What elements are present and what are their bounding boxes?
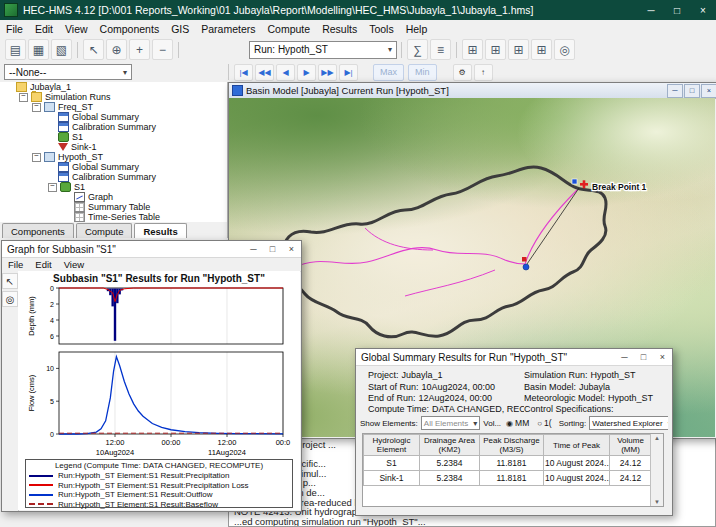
menu-help[interactable]: Help bbox=[400, 23, 434, 35]
collapse-icon[interactable] bbox=[48, 183, 57, 192]
max-button[interactable]: Max bbox=[373, 64, 404, 81]
svg-text:12:00: 12:00 bbox=[218, 438, 237, 447]
pointer-tool-icon[interactable]: ↖ bbox=[2, 273, 18, 289]
map-layer-icon[interactable]: ⊞ bbox=[531, 39, 552, 60]
tree-item-label: Jubayla_1 bbox=[30, 82, 71, 92]
tree-item-time-series-table[interactable]: Time-Series Table bbox=[0, 212, 227, 222]
col-drainage-area[interactable]: Drainage Area(KM2) bbox=[420, 435, 480, 456]
tree-item-s1[interactable]: S1 bbox=[0, 182, 227, 192]
app-logo-icon bbox=[4, 3, 18, 17]
play-icon[interactable]: ▶ bbox=[297, 64, 316, 81]
tab-compute[interactable]: Compute bbox=[76, 223, 133, 238]
min-button[interactable]: Min bbox=[408, 64, 437, 81]
select-tool-icon[interactable]: ↖ bbox=[83, 39, 104, 60]
project-value: Jubayla_1 bbox=[402, 370, 443, 381]
zoom-in-tool-icon[interactable]: + bbox=[129, 39, 150, 60]
tree-item-freq-st[interactable]: Freq_ST bbox=[0, 102, 227, 112]
table-row[interactable]: S1 5.2384 11.8181 10 August 2024... 24.1… bbox=[364, 456, 652, 471]
col-hydrologic-element[interactable]: HydrologicElement bbox=[364, 435, 420, 456]
tree-item-graph[interactable]: Graph bbox=[0, 192, 227, 202]
minimize-button[interactable]: ─ bbox=[638, 0, 664, 20]
summary-table: HydrologicElement Drainage Area(KM2) Pea… bbox=[363, 434, 652, 486]
maximize-icon[interactable]: □ bbox=[634, 350, 653, 365]
minimize-icon[interactable]: ─ bbox=[244, 242, 263, 257]
show-elements-combo[interactable]: All Elements▾ bbox=[421, 416, 480, 430]
show-elements-label: Show Elements: bbox=[360, 419, 418, 428]
hec-hms-application: HEC-HMS 4.12 [D:\001 Reports_Working\01 … bbox=[0, 0, 716, 527]
summary-window-titlebar[interactable]: Global Summary Results for Run "Hypoth_S… bbox=[356, 349, 672, 366]
collapse-icon[interactable] bbox=[32, 153, 41, 162]
cell-volume: 24.12 bbox=[610, 471, 652, 486]
compute-icon[interactable]: ∑ bbox=[407, 39, 428, 60]
table-scrollbar[interactable]: ▲ ▼ bbox=[650, 434, 663, 506]
col-volume[interactable]: Volume(MM) bbox=[610, 435, 652, 456]
graph-window-titlebar[interactable]: Graph for Subbasin "S1" ─ □ × bbox=[2, 241, 301, 258]
tree-item-global-summary[interactable]: Global Summary bbox=[0, 112, 227, 122]
scroll-down-icon[interactable]: ▼ bbox=[654, 498, 660, 506]
tree-item-global-summary[interactable]: Global Summary bbox=[0, 162, 227, 172]
menu-edit[interactable]: Edit bbox=[29, 259, 57, 270]
tab-components[interactable]: Components bbox=[2, 223, 74, 238]
close-icon[interactable]: × bbox=[701, 84, 716, 98]
minimize-icon[interactable]: ─ bbox=[615, 350, 634, 365]
menu-view[interactable]: View bbox=[58, 259, 90, 270]
map-layer-icon[interactable]: ⊞ bbox=[508, 39, 529, 60]
maximize-button[interactable]: □ bbox=[664, 0, 690, 20]
gear-icon[interactable]: ⚙ bbox=[453, 64, 472, 81]
zoom-out-tool-icon[interactable]: − bbox=[152, 39, 173, 60]
open-project-icon[interactable]: ▤ bbox=[5, 39, 26, 60]
basin-window-titlebar[interactable]: Basin Model [Jubayla] Current Run [Hypot… bbox=[229, 83, 716, 99]
collapse-icon[interactable] bbox=[19, 93, 28, 102]
col-peak-discharge[interactable]: Peak Discharge(M3/S) bbox=[480, 435, 544, 456]
col-time-of-peak[interactable]: Time of Peak bbox=[544, 435, 610, 456]
collapse-icon[interactable] bbox=[32, 103, 41, 112]
scroll-up-icon[interactable]: ▲ bbox=[654, 434, 660, 442]
map-layer-icon[interactable]: ⊞ bbox=[462, 39, 483, 60]
menu-compute[interactable]: Compute bbox=[262, 23, 317, 35]
close-icon[interactable]: × bbox=[282, 242, 301, 257]
sim-run-value: Hypoth_ST bbox=[591, 370, 636, 381]
table-row[interactable]: Sink-1 5.2384 11.8181 10 August 2024... … bbox=[364, 471, 652, 486]
chart-pane[interactable]: Subbasin "S1" Results for Run "Hypoth_ST… bbox=[18, 271, 300, 510]
minimize-icon[interactable]: ─ bbox=[667, 84, 683, 98]
sorting-combo[interactable]: Watershed Explorer▾ bbox=[589, 416, 668, 430]
pan-tool-icon[interactable]: ⊕ bbox=[106, 39, 127, 60]
maximize-icon[interactable]: □ bbox=[263, 242, 282, 257]
tab-results[interactable]: Results bbox=[134, 223, 186, 238]
results-icon[interactable]: ≡ bbox=[430, 39, 451, 60]
tree-item-s1[interactable]: S1 bbox=[0, 132, 227, 142]
run-selector-combo[interactable]: Run: Hypoth_ST ▾ bbox=[249, 41, 397, 59]
tree-item-hypoth-st[interactable]: Hypoth_ST bbox=[0, 152, 227, 162]
radio-1000m3[interactable]: ○1( bbox=[537, 418, 551, 428]
maximize-icon[interactable]: □ bbox=[684, 84, 700, 98]
tree-item-summary-table[interactable]: Summary Table bbox=[0, 202, 227, 212]
close-icon[interactable]: × bbox=[653, 350, 672, 365]
menu-results[interactable]: Results bbox=[316, 23, 363, 35]
menu-file[interactable]: File bbox=[0, 23, 29, 35]
menu-parameters[interactable]: Parameters bbox=[195, 23, 261, 35]
menu-edit[interactable]: Edit bbox=[29, 23, 59, 35]
last-step-icon[interactable]: ▶| bbox=[339, 64, 358, 81]
tree-item-calibration-summary[interactable]: Calibration Summary bbox=[0, 122, 227, 132]
project-label: Project: bbox=[368, 370, 399, 381]
tree-item-label: Calibration Summary bbox=[72, 172, 156, 182]
map-layer-icon[interactable]: ⊞ bbox=[485, 39, 506, 60]
menu-tools[interactable]: Tools bbox=[363, 23, 400, 35]
fast-forward-icon[interactable]: ▶▶ bbox=[318, 64, 337, 81]
menu-view[interactable]: View bbox=[59, 23, 94, 35]
magnifier-icon[interactable]: ◎ bbox=[2, 291, 18, 307]
export-icon[interactable]: ↑ bbox=[474, 64, 493, 81]
tree-item-calibration-summary[interactable]: Calibration Summary bbox=[0, 172, 227, 182]
print-icon[interactable]: ▧ bbox=[51, 39, 72, 60]
radio-mm[interactable]: ◉MM bbox=[506, 418, 529, 428]
step-back-icon[interactable]: ◀ bbox=[276, 64, 295, 81]
save-project-icon[interactable]: ▦ bbox=[28, 39, 49, 60]
menu-components[interactable]: Components bbox=[94, 23, 166, 35]
time-window-combo[interactable]: --None-- ▾ bbox=[4, 64, 132, 80]
menu-gis[interactable]: GIS bbox=[165, 23, 195, 35]
globe-icon[interactable]: ◎ bbox=[554, 39, 575, 60]
menu-file[interactable]: File bbox=[2, 259, 29, 270]
first-step-icon[interactable]: |◀ bbox=[234, 64, 253, 81]
close-button[interactable]: × bbox=[690, 0, 716, 20]
fast-back-icon[interactable]: ◀◀ bbox=[255, 64, 274, 81]
